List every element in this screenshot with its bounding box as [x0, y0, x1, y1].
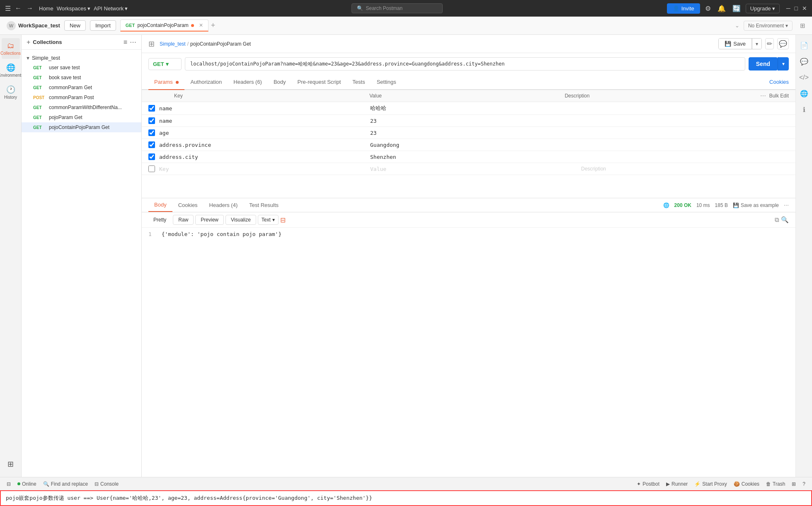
filter-icon[interactable]: ⊟: [280, 216, 286, 224]
sidebar-item-history[interactable]: 🕐 History: [2, 82, 20, 103]
param-value-2[interactable]: 23: [370, 130, 581, 136]
param-checkbox-1[interactable]: [148, 117, 155, 124]
docs-icon[interactable]: 📄: [800, 37, 808, 54]
collection-item-book-save-test[interactable]: GET book save test: [22, 73, 141, 83]
collection-item-commonparam-post[interactable]: POST commonParam Post: [22, 92, 141, 102]
collection-item-commonparam-get[interactable]: GET commonParam Get: [22, 83, 141, 92]
workspaces-menu[interactable]: Workspaces ▾: [57, 5, 90, 12]
environment-selector[interactable]: No Environment ▾: [744, 21, 793, 31]
format-raw-button[interactable]: Raw: [173, 215, 194, 225]
minimize-button[interactable]: ─: [786, 5, 790, 12]
param-key-2[interactable]: age: [159, 130, 370, 136]
import-button[interactable]: Import: [90, 20, 116, 31]
response-tab-headers[interactable]: Headers (4): [204, 199, 244, 212]
postbot-button[interactable]: ✦ Postbot: [637, 481, 659, 487]
layout-toggle[interactable]: ⊞: [792, 481, 796, 487]
param-key-3[interactable]: address.province: [159, 142, 370, 148]
filter-collections-icon[interactable]: ≡: [124, 39, 127, 46]
menu-icon[interactable]: ☰: [5, 5, 11, 12]
param-key-empty[interactable]: Key: [159, 166, 370, 172]
cookies-link[interactable]: Cookies: [769, 79, 789, 85]
save-button[interactable]: 💾 Save: [719, 39, 752, 49]
add-collection-icon[interactable]: +: [27, 39, 30, 46]
search-response-icon[interactable]: 🔍: [781, 216, 789, 224]
sidebar-item-environments[interactable]: 🌐 Environments: [2, 60, 20, 81]
bell-icon[interactable]: 🔔: [717, 5, 726, 12]
invite-button[interactable]: 👤 Invite: [667, 3, 700, 14]
response-more-icon[interactable]: ⋯: [784, 202, 789, 208]
param-value-0[interactable]: 哈哈哈: [370, 105, 581, 112]
response-tab-test-results[interactable]: Test Results: [243, 199, 284, 212]
collection-item-user-save-test[interactable]: GET user save test: [22, 63, 141, 73]
info-icon[interactable]: ℹ: [803, 102, 805, 118]
sidebar-item-apps[interactable]: ⊞: [2, 456, 20, 472]
collection-item-pojoparam-get[interactable]: GET pojoParam Get: [22, 112, 141, 122]
search-bar[interactable]: 🔍 Search Postman: [351, 3, 443, 13]
online-status[interactable]: Online: [17, 481, 36, 487]
upgrade-button[interactable]: Upgrade ▾: [746, 4, 780, 13]
tabs-overflow-icon[interactable]: ⌄: [735, 22, 739, 29]
env-grid-icon[interactable]: ⊞: [800, 22, 805, 29]
comments-icon[interactable]: 💬: [800, 54, 808, 70]
param-checkbox-2[interactable]: [148, 129, 155, 136]
bulk-edit-button[interactable]: Bulk Edit: [769, 93, 789, 99]
save-dropdown-button[interactable]: ▾: [752, 39, 761, 49]
maximize-button[interactable]: □: [795, 5, 798, 12]
param-checkbox-0[interactable]: [148, 105, 155, 112]
tab-close-icon[interactable]: ✕: [199, 22, 203, 28]
runner-button[interactable]: ▶ Runner: [666, 481, 688, 487]
tab-params[interactable]: Params: [148, 75, 184, 90]
collection-group-header[interactable]: ▼ Simple_test: [22, 53, 141, 63]
back-icon[interactable]: ←: [15, 5, 22, 12]
tab-authorization[interactable]: Authorization: [184, 75, 228, 89]
tab-headers[interactable]: Headers (6): [228, 75, 268, 89]
comment-icon[interactable]: 💬: [777, 38, 789, 49]
save-example-button[interactable]: 💾 Save as example: [733, 202, 779, 208]
new-button[interactable]: New: [64, 20, 86, 31]
globe2-icon[interactable]: 🌐: [800, 85, 808, 102]
format-pretty-button[interactable]: Pretty: [148, 215, 171, 224]
more-collections-icon[interactable]: ⋯: [130, 38, 136, 46]
code-icon[interactable]: </>: [799, 70, 809, 85]
param-value-empty[interactable]: Value: [370, 166, 581, 172]
new-tab-icon[interactable]: +: [211, 21, 216, 30]
tab-body[interactable]: Body: [268, 75, 292, 89]
breadcrumb-parent[interactable]: Simple_test: [160, 41, 186, 47]
sidebar-item-collections[interactable]: 🗂 Collections: [2, 38, 20, 59]
format-visualize-button[interactable]: Visualize: [225, 215, 256, 225]
cookies-bottom-button[interactable]: 🍪 Cookies: [734, 481, 759, 487]
param-key-0[interactable]: name: [159, 105, 370, 112]
find-replace-button[interactable]: 🔍 Find and replace: [43, 481, 88, 487]
close-button[interactable]: ✕: [802, 5, 807, 12]
method-select[interactable]: GET ▾: [148, 58, 182, 70]
edit-icon[interactable]: ✏: [765, 38, 774, 49]
send-dropdown-button[interactable]: ▾: [778, 57, 789, 71]
param-value-4[interactable]: Shenzhen: [370, 154, 581, 160]
param-checkbox-4[interactable]: [148, 153, 155, 160]
text-format-selector[interactable]: Text ▾: [258, 215, 279, 225]
tab-pre-request[interactable]: Pre-request Script: [292, 75, 347, 89]
format-preview-button[interactable]: Preview: [195, 215, 224, 225]
url-input[interactable]: [185, 57, 745, 71]
param-checkbox-empty[interactable]: [148, 165, 155, 172]
home-link[interactable]: Home: [39, 5, 53, 12]
help-button[interactable]: ?: [802, 481, 805, 487]
tab-tests[interactable]: Tests: [347, 75, 371, 89]
trash-button[interactable]: 🗑 Trash: [766, 481, 785, 487]
console-button[interactable]: ⊟ Console: [95, 481, 119, 487]
param-value-3[interactable]: Guangdong: [370, 142, 581, 148]
collection-item-commonparam-diff[interactable]: GET commonParamWithDifferentNa...: [22, 102, 141, 112]
request-tab[interactable]: GET pojoContainPojoParam ✕: [120, 19, 208, 32]
param-value-1[interactable]: 23: [370, 118, 581, 124]
bottom-sidebar-toggle[interactable]: ⊟: [7, 481, 11, 487]
api-network-menu[interactable]: API Network ▾: [94, 5, 128, 12]
tab-settings[interactable]: Settings: [371, 75, 402, 89]
more-params-icon[interactable]: ⋯: [760, 92, 766, 99]
param-key-1[interactable]: name: [159, 118, 370, 124]
collection-item-pojoparam-contain[interactable]: GET pojoContainPojoParam Get: [22, 122, 141, 132]
param-key-4[interactable]: address.city: [159, 154, 370, 160]
workspace-user-menu[interactable]: W WorkSpace_test: [7, 21, 60, 30]
start-proxy-button[interactable]: ⚡ Start Proxy: [694, 481, 727, 487]
send-button[interactable]: Send: [749, 57, 778, 71]
settings-icon[interactable]: ⚙: [705, 5, 711, 12]
